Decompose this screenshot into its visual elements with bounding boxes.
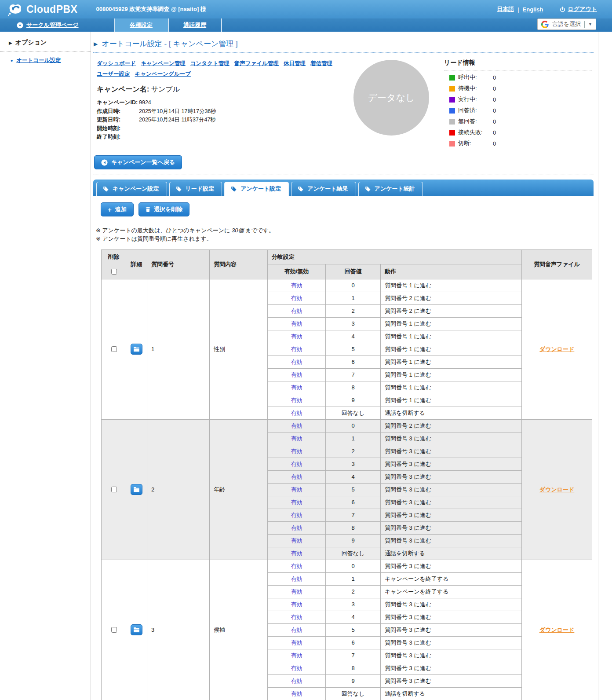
- tab-アンケート設定[interactable]: アンケート設定: [224, 182, 289, 196]
- nav-tab-label[interactable]: 各種設定: [130, 21, 153, 29]
- breadcrumb-link[interactable]: 着信管理: [310, 60, 332, 66]
- branch-answer-value-cell: 8: [326, 521, 381, 534]
- enabled-toggle-link[interactable]: 有効: [291, 295, 302, 301]
- enabled-toggle-link[interactable]: 有効: [291, 614, 302, 620]
- detail-folder-button[interactable]: [131, 624, 142, 635]
- enabled-toggle-link[interactable]: 有効: [291, 678, 302, 684]
- enabled-toggle-link[interactable]: 有効: [291, 346, 302, 352]
- enabled-toggle-link[interactable]: 有効: [291, 473, 302, 480]
- enabled-toggle-link[interactable]: 有効: [291, 639, 302, 646]
- enabled-toggle-link[interactable]: 有効: [291, 563, 302, 569]
- download-link[interactable]: ダウンロード: [539, 627, 575, 633]
- branch-action-cell: 質問番号 2 に進む: [381, 419, 522, 432]
- sidebar-item-autocall[interactable]: • オートコール設定: [0, 51, 91, 69]
- enabled-toggle-link[interactable]: 有効: [291, 397, 302, 403]
- enabled-toggle-link[interactable]: 有効: [291, 410, 302, 416]
- branch-answer-value-cell: 2: [326, 445, 381, 458]
- select-all-checkbox[interactable]: [111, 269, 117, 275]
- enabled-toggle-link[interactable]: 有効: [291, 333, 302, 340]
- audio-file-cell: ダウンロード: [522, 560, 592, 700]
- branch-action-cell: 通話を切断する: [381, 687, 522, 700]
- add-button[interactable]: + 追加: [101, 202, 134, 216]
- plus-icon: +: [108, 207, 112, 212]
- enabled-toggle-link[interactable]: 有効: [291, 448, 302, 454]
- campaign-field: 開始時刻:: [97, 125, 339, 133]
- branch-enabled-cell: 有効: [268, 368, 326, 381]
- detail-folder-button[interactable]: [131, 344, 142, 355]
- translate-divider: [584, 21, 585, 28]
- enabled-toggle-link[interactable]: 有効: [291, 461, 302, 467]
- circle-management-link[interactable]: サークル管理ページ: [26, 21, 79, 29]
- nav-tab-通話履歴[interactable]: 通話履歴: [168, 18, 222, 32]
- enabled-toggle-link[interactable]: 有効: [291, 575, 302, 582]
- enabled-toggle-link[interactable]: 有効: [291, 537, 302, 544]
- branch-enabled-cell: 有効: [268, 317, 326, 330]
- download-link[interactable]: ダウンロード: [539, 486, 575, 493]
- breadcrumb-link[interactable]: コンタクト管理: [190, 60, 230, 66]
- branch-answer-value-cell: 2: [326, 585, 381, 598]
- enabled-toggle-link[interactable]: 有効: [291, 371, 302, 378]
- lang-english-link[interactable]: English: [523, 6, 543, 13]
- breadcrumb-link[interactable]: 音声ファイル管理: [234, 60, 279, 66]
- enabled-toggle-link[interactable]: 有効: [291, 601, 302, 608]
- lead-status-item: 待機中:0: [444, 84, 592, 92]
- breadcrumb-link[interactable]: キャンペーングループ: [135, 71, 191, 77]
- delete-selected-button[interactable]: 選択を削除: [138, 202, 189, 216]
- lang-japanese-link[interactable]: 日本語: [497, 5, 514, 13]
- enabled-toggle-link[interactable]: 有効: [291, 486, 302, 493]
- breadcrumb-link[interactable]: 休日管理: [284, 60, 306, 66]
- campaign-field: 終了時刻:: [97, 133, 339, 142]
- nav-tab-各種設定[interactable]: 各種設定: [114, 18, 168, 32]
- campaign-field-label: 終了時刻:: [97, 133, 139, 142]
- enabled-toggle-link[interactable]: 有効: [291, 690, 302, 697]
- tab-アンケート結果[interactable]: アンケート結果: [291, 182, 356, 196]
- enabled-toggle-link[interactable]: 有効: [291, 499, 302, 506]
- tab-アンケート統計[interactable]: アンケート統計: [358, 182, 423, 196]
- breadcrumb-link[interactable]: ユーザー設定: [97, 71, 130, 77]
- branch-answer-value-cell: 5: [326, 483, 381, 496]
- enabled-toggle-link[interactable]: 有効: [291, 627, 302, 633]
- question-number-cell: 3: [147, 560, 210, 700]
- enabled-toggle-link[interactable]: 有効: [291, 665, 302, 671]
- branch-enabled-cell: 有効: [268, 547, 326, 560]
- branch-answer-value-cell: 0: [326, 279, 381, 292]
- row-delete-checkbox[interactable]: [111, 487, 117, 492]
- tab-キャンペーン設定[interactable]: キャンペーン設定: [96, 182, 167, 196]
- nav-tab-label[interactable]: 通話履歴: [183, 21, 206, 29]
- note-emphasis: 30個: [232, 227, 244, 234]
- status-color-swatch: [449, 86, 455, 92]
- branch-enabled-cell: 有効: [268, 381, 326, 394]
- download-link[interactable]: ダウンロード: [539, 346, 575, 352]
- back-to-campaign-list-button[interactable]: キャンペーン一覧へ戻る: [94, 155, 182, 169]
- tab-リード設定[interactable]: リード設定: [169, 182, 222, 196]
- enabled-toggle-link[interactable]: 有効: [291, 422, 302, 429]
- enabled-toggle-link[interactable]: 有効: [291, 359, 302, 365]
- chevron-down-icon[interactable]: ▼: [588, 22, 592, 26]
- enabled-toggle-link[interactable]: 有効: [291, 524, 302, 531]
- breadcrumb-link[interactable]: キャンペーン管理: [141, 60, 185, 66]
- enabled-toggle-link[interactable]: 有効: [291, 308, 302, 314]
- enabled-toggle-link[interactable]: 有効: [291, 588, 302, 595]
- branch-enabled-cell: 有効: [268, 611, 326, 623]
- enabled-toggle-link[interactable]: 有効: [291, 384, 302, 391]
- detail-folder-button[interactable]: [131, 484, 142, 495]
- enabled-toggle-link[interactable]: 有効: [291, 282, 302, 289]
- branch-enabled-cell: 有効: [268, 623, 326, 636]
- enabled-toggle-link[interactable]: 有効: [291, 320, 302, 327]
- enabled-toggle-link[interactable]: 有効: [291, 652, 302, 659]
- enabled-toggle-link[interactable]: 有効: [291, 435, 302, 442]
- sidebar-item-label[interactable]: オートコール設定: [16, 57, 61, 64]
- enabled-toggle-link[interactable]: 有効: [291, 512, 302, 518]
- breadcrumb-link[interactable]: ダッシュボード: [97, 60, 136, 66]
- branch-enabled-cell: 有効: [268, 598, 326, 611]
- row-delete-checkbox[interactable]: [111, 627, 117, 633]
- branch-answer-value-cell: 4: [326, 611, 381, 623]
- lead-status-count: 0: [493, 129, 496, 136]
- enabled-toggle-link[interactable]: 有効: [291, 550, 302, 557]
- google-translate-widget[interactable]: 言語を選択 ▼: [537, 18, 596, 30]
- question-number-cell: 1: [147, 279, 210, 419]
- branch-answer-value-cell: 1: [326, 292, 381, 304]
- folder-icon: [133, 487, 140, 492]
- logout-link[interactable]: ログアウト: [568, 5, 597, 13]
- row-delete-checkbox[interactable]: [111, 346, 117, 352]
